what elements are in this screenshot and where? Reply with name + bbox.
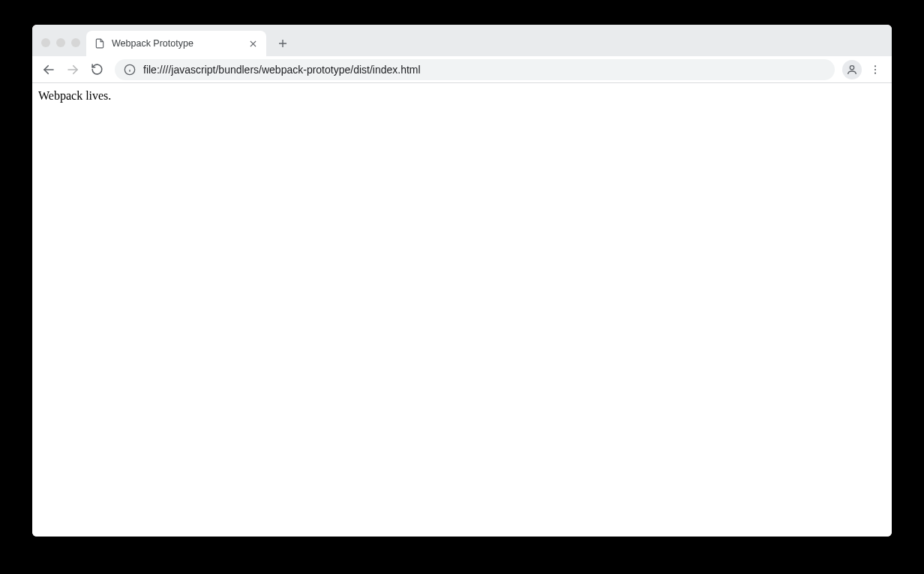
tab-close-button[interactable] bbox=[247, 37, 259, 49]
page-viewport: Webpack lives. bbox=[32, 83, 892, 537]
svg-point-9 bbox=[850, 65, 854, 69]
forward-button[interactable] bbox=[62, 59, 83, 80]
window-minimize-button[interactable] bbox=[56, 38, 65, 47]
tab-title: Webpack Prototype bbox=[112, 38, 241, 49]
browser-window: Webpack Prototype bbox=[32, 25, 892, 537]
back-button[interactable] bbox=[38, 59, 59, 80]
tab-strip: Webpack Prototype bbox=[32, 25, 892, 56]
browser-menu-button[interactable] bbox=[865, 59, 886, 80]
svg-point-10 bbox=[874, 65, 876, 67]
file-icon bbox=[94, 37, 106, 49]
profile-avatar[interactable] bbox=[842, 60, 862, 79]
url-text: file:////javascript/bundlers/webpack-pro… bbox=[143, 64, 826, 76]
address-bar[interactable]: file:////javascript/bundlers/webpack-pro… bbox=[115, 59, 835, 80]
page-body-text: Webpack lives. bbox=[38, 89, 886, 103]
reload-button[interactable] bbox=[86, 59, 107, 80]
browser-tab-active[interactable]: Webpack Prototype bbox=[86, 31, 266, 56]
site-info-icon[interactable] bbox=[124, 64, 136, 76]
window-maximize-button[interactable] bbox=[71, 38, 80, 47]
svg-point-11 bbox=[874, 68, 876, 70]
svg-point-12 bbox=[874, 72, 876, 73]
new-tab-button[interactable] bbox=[272, 33, 293, 54]
window-controls bbox=[38, 38, 86, 56]
toolbar: file:////javascript/bundlers/webpack-pro… bbox=[32, 56, 892, 83]
window-close-button[interactable] bbox=[41, 38, 50, 47]
